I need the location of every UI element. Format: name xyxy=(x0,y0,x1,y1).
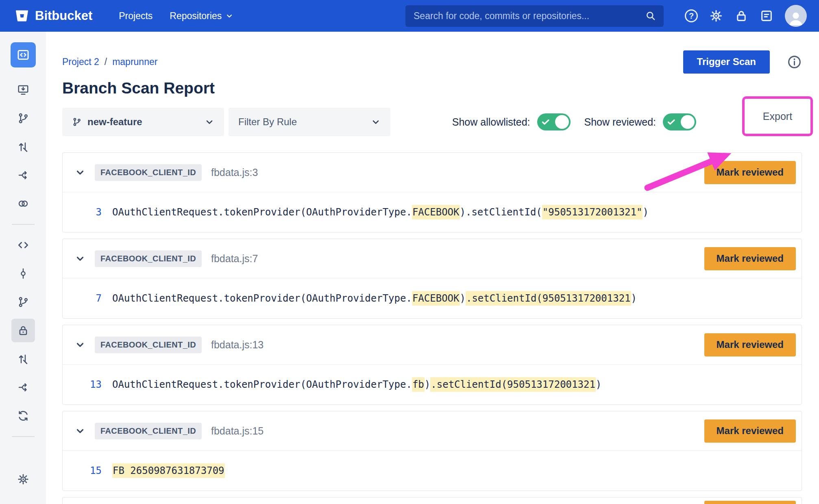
navbar-icons: ? xyxy=(685,5,807,27)
mark-reviewed-button[interactable]: Mark reviewed xyxy=(704,501,796,504)
sidebar-item-pull-requests[interactable] xyxy=(11,135,35,159)
rule-badge: FACEBOOK_CLIENT_ID xyxy=(95,337,202,353)
main-content: Project 2 / maprunner Trigger Scan Branc… xyxy=(46,32,819,504)
bitbucket-logo[interactable]: Bitbucket xyxy=(15,9,92,23)
finding-card: FACEBOOK_CLIENT_ID fbdata.js:7 Mark revi… xyxy=(62,239,802,319)
rule-badge: FACEBOOK_CLIENT_ID xyxy=(95,423,202,439)
code-line: OAuthClientRequest.tokenProvider(OAuthPr… xyxy=(112,293,637,304)
finding-card-partial: Mark reviewed xyxy=(62,497,802,504)
repository-icon xyxy=(16,48,30,62)
collapse-chevron-icon[interactable] xyxy=(75,426,85,436)
help-icon[interactable]: ? xyxy=(685,9,698,22)
gear-icon xyxy=(17,473,29,485)
search-icon xyxy=(645,10,656,22)
chevron-down-icon xyxy=(225,12,233,20)
check-icon xyxy=(667,117,676,127)
trigger-scan-button[interactable]: Trigger Scan xyxy=(683,50,770,74)
sidebar-item-repository[interactable] xyxy=(11,42,36,67)
top-navbar: Bitbucket Projects Repositories ? xyxy=(0,0,819,32)
feedback-icon[interactable] xyxy=(760,9,773,23)
lock-icon xyxy=(17,324,29,337)
bitbucket-mark-icon xyxy=(15,9,29,23)
rule-badge: FACEBOOK_CLIENT_ID xyxy=(95,164,202,181)
finding-card: FACEBOOK_CLIENT_ID fbdata.js:3 Mark revi… xyxy=(62,152,802,232)
fork-icon xyxy=(17,381,29,393)
collapse-chevron-icon[interactable] xyxy=(75,501,85,504)
pull-request-icon xyxy=(17,141,29,153)
rule-badge: FACEBOOK_CLIENT_ID xyxy=(95,250,202,267)
code-line-number: 3 xyxy=(63,206,102,218)
pull-request-icon xyxy=(17,353,29,365)
finding-location: fbdata.js:3 xyxy=(211,167,258,178)
code-line: FB 2650987631873709 xyxy=(112,465,225,476)
show-allowlisted-label: Show allowlisted: xyxy=(452,116,530,128)
code-line: OAuthClientRequest.tokenProvider(OAuthPr… xyxy=(112,379,601,390)
left-sidebar xyxy=(0,32,46,504)
sidebar-item-sync[interactable] xyxy=(11,404,35,428)
branch-icon xyxy=(17,296,29,308)
sync-icon xyxy=(17,410,29,422)
avatar[interactable] xyxy=(785,5,807,27)
sidebar-item-environments[interactable] xyxy=(11,192,35,215)
show-reviewed-label: Show reviewed: xyxy=(584,116,656,128)
sidebar-item-security[interactable] xyxy=(11,319,35,342)
gear-icon[interactable] xyxy=(709,9,723,23)
show-reviewed-toggle[interactable] xyxy=(663,113,696,130)
branch-selector-value: new-feature xyxy=(87,116,142,128)
breadcrumb-separator: / xyxy=(105,56,107,67)
finding-location: fbdata.js:13 xyxy=(211,339,264,351)
code-line-number: 13 xyxy=(63,379,102,390)
finding-card: FACEBOOK_CLIENT_ID fbdata.js:13 Mark rev… xyxy=(62,325,802,405)
code-icon xyxy=(17,239,29,251)
check-icon xyxy=(541,117,551,127)
sidebar-item-clone[interactable] xyxy=(11,78,35,102)
toggle-knob xyxy=(681,115,695,129)
finding-card: FACEBOOK_CLIENT_ID fbdata.js:15 Mark rev… xyxy=(62,411,802,491)
pipelines-icon xyxy=(17,169,29,181)
page-title: Branch Scan Report xyxy=(62,79,802,97)
breadcrumb-project-link[interactable]: Project 2 xyxy=(62,56,99,67)
chevron-down-icon xyxy=(205,117,214,127)
sidebar-item-branches[interactable] xyxy=(11,106,35,130)
commit-icon xyxy=(17,267,29,280)
brand-name: Bitbucket xyxy=(35,9,92,23)
nav-projects[interactable]: Projects xyxy=(119,11,152,22)
rule-filter-placeholder: Filter By Rule xyxy=(238,116,297,128)
collapse-chevron-icon[interactable] xyxy=(75,253,85,264)
sidebar-item-forks[interactable] xyxy=(11,376,35,399)
code-line-number: 7 xyxy=(63,293,102,304)
environments-icon xyxy=(17,198,29,210)
sidebar-item-pipelines[interactable] xyxy=(11,163,35,187)
export-button[interactable]: Export xyxy=(749,102,806,130)
show-allowlisted-toggle[interactable] xyxy=(537,113,571,130)
sidebar-item-source[interactable] xyxy=(11,233,35,257)
mark-reviewed-button[interactable]: Mark reviewed xyxy=(704,419,796,443)
collapse-chevron-icon[interactable] xyxy=(75,167,85,178)
mark-reviewed-button[interactable]: Mark reviewed xyxy=(704,247,796,270)
code-line-number: 15 xyxy=(63,465,102,476)
nav-repositories[interactable]: Repositories xyxy=(170,11,233,22)
breadcrumb: Project 2 / maprunner xyxy=(62,56,157,67)
chevron-down-icon xyxy=(371,117,381,127)
sidebar-item-branches-2[interactable] xyxy=(11,290,35,314)
user-silhouette-icon xyxy=(787,9,805,27)
nav-projects-label: Projects xyxy=(119,11,152,22)
lock-icon[interactable] xyxy=(734,9,748,23)
mark-reviewed-button[interactable]: Mark reviewed xyxy=(704,161,796,184)
collapse-chevron-icon[interactable] xyxy=(75,339,85,350)
sidebar-divider xyxy=(12,436,35,437)
sidebar-divider xyxy=(12,224,35,225)
branch-selector[interactable]: new-feature xyxy=(62,108,224,136)
info-icon[interactable] xyxy=(787,54,802,70)
breadcrumb-repo-link[interactable]: maprunner xyxy=(112,56,157,67)
toggle-knob xyxy=(555,115,569,129)
rule-filter-selector[interactable]: Filter By Rule xyxy=(229,108,390,136)
clone-icon xyxy=(17,84,29,96)
nav-repositories-label: Repositories xyxy=(170,11,222,22)
sidebar-item-settings[interactable] xyxy=(11,467,35,491)
search-input[interactable] xyxy=(413,10,645,22)
sidebar-item-pull-requests-2[interactable] xyxy=(11,347,35,371)
sidebar-item-commits[interactable] xyxy=(11,262,35,285)
mark-reviewed-button[interactable]: Mark reviewed xyxy=(704,333,796,356)
global-search[interactable] xyxy=(405,5,664,27)
